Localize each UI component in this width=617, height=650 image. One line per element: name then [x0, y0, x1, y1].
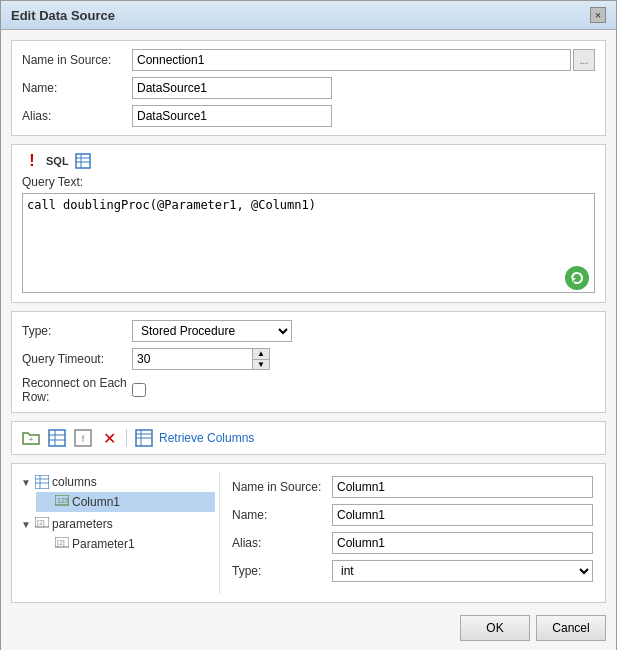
column1-label: Column1 [72, 495, 120, 509]
name-in-source-wrapper: ... [132, 49, 595, 71]
tree-parameters-node[interactable]: ▼ [2] parameters [20, 514, 211, 534]
top-form-section: Name in Source: ... Name: Alias: [11, 40, 606, 136]
detail-alias-label: Alias: [232, 536, 332, 550]
query-area-wrapper: call doublingProc(@Parameter1, @Column1) [22, 193, 595, 296]
reconnect-row: Reconnect on Each Row: [22, 376, 595, 404]
timeout-label: Query Timeout: [22, 352, 132, 366]
type-row: Type: Stored Procedure Table Query [22, 320, 595, 342]
action-separator [126, 429, 127, 447]
columns-label: columns [52, 475, 97, 489]
parameter1-label: Parameter1 [72, 537, 135, 551]
query-textarea[interactable]: call doublingProc(@Parameter1, @Column1) [22, 193, 595, 293]
dialog-titlebar: Edit Data Source × [1, 1, 616, 30]
add-folder-icon[interactable]: + [20, 427, 42, 449]
retrieve-icon[interactable] [133, 427, 155, 449]
detail-name-row: Name: [232, 504, 593, 526]
type-label: Type: [22, 324, 132, 338]
svg-rect-15 [35, 475, 49, 489]
detail-name-in-source-row: Name in Source: [232, 476, 593, 498]
browse-button[interactable]: ... [573, 49, 595, 71]
name-row: Name: [22, 77, 595, 99]
parameters-icon: [2] [34, 516, 50, 532]
reconnect-label: Reconnect on Each Row: [22, 376, 132, 404]
column1-icon: 123 [54, 494, 70, 510]
tree-columns-node[interactable]: ▼ columns [20, 472, 211, 492]
detail-panel: Name in Source: Name: Alias: Type: int v… [228, 472, 597, 594]
error-icon: ! [22, 151, 42, 171]
footer: OK Cancel [11, 611, 606, 645]
svg-text:[2]: [2] [37, 519, 45, 527]
expand-parameters-icon[interactable]: ▼ [20, 518, 32, 530]
query-section: ! SQL Query Text: call doublingProc(@Par… [11, 144, 606, 303]
bottom-section: ▼ columns [11, 463, 606, 603]
detail-alias-row: Alias: [232, 532, 593, 554]
tree-children-columns: 123 Column1 [40, 492, 211, 512]
timeout-input[interactable] [132, 348, 252, 370]
detail-name-in-source-input[interactable] [332, 476, 593, 498]
detail-name-label: Name: [232, 508, 332, 522]
grid-icon[interactable] [46, 427, 68, 449]
detail-type-label: Type: [232, 564, 332, 578]
spin-down-button[interactable]: ▼ [253, 360, 269, 370]
reconnect-checkbox[interactable] [132, 383, 146, 397]
cancel-button[interactable]: Cancel [536, 615, 606, 641]
svg-rect-5 [49, 430, 65, 446]
parameters-label: parameters [52, 517, 113, 531]
sql-button[interactable]: SQL [46, 155, 69, 167]
svg-text:123: 123 [57, 497, 69, 504]
edit-datasource-dialog: Edit Data Source × Name in Source: ... N… [0, 0, 617, 650]
timeout-row: Query Timeout: ▲ ▼ [22, 348, 595, 370]
svg-rect-0 [76, 154, 90, 168]
type-select[interactable]: Stored Procedure Table Query [132, 320, 292, 342]
tree-panel: ▼ columns [20, 472, 220, 594]
svg-text:+: + [29, 435, 34, 444]
tree-parameter1-node[interactable]: [2] Parameter1 [40, 534, 211, 554]
spin-up-button[interactable]: ▲ [253, 349, 269, 360]
alias-label: Alias: [22, 109, 132, 123]
expand-columns-icon[interactable]: ▼ [20, 476, 32, 488]
table-icon[interactable] [73, 151, 93, 171]
actions-toolbar: + f ✕ [11, 421, 606, 455]
query-label: Query Text: [22, 175, 595, 189]
dialog-title: Edit Data Source [11, 8, 115, 23]
parameter1-expand [40, 538, 52, 550]
alias-input[interactable] [132, 105, 332, 127]
column1-expand [40, 496, 52, 508]
name-in-source-label: Name in Source: [22, 53, 132, 67]
retrieve-columns-button[interactable]: Retrieve Columns [159, 431, 254, 445]
detail-type-row: Type: int varchar float datetime bit [232, 560, 593, 582]
detail-name-in-source-label: Name in Source: [232, 480, 332, 494]
tree-column1-node[interactable]: 123 Column1 [36, 492, 215, 512]
spinbox-buttons: ▲ ▼ [252, 348, 270, 370]
dialog-body: Name in Source: ... Name: Alias: ! SQL [1, 30, 616, 650]
alias-row: Alias: [22, 105, 595, 127]
columns-grid-icon [34, 474, 50, 490]
name-in-source-input[interactable] [132, 49, 571, 71]
refresh-button[interactable] [565, 266, 589, 290]
parameter1-icon: [2] [54, 536, 70, 552]
options-section: Type: Stored Procedure Table Query Query… [11, 311, 606, 413]
ok-button[interactable]: OK [460, 615, 530, 641]
close-button[interactable]: × [590, 7, 606, 23]
tree-children-parameters: [2] Parameter1 [40, 534, 211, 554]
name-input[interactable] [132, 77, 332, 99]
param-icon[interactable]: f [72, 427, 94, 449]
spinbox-wrapper: ▲ ▼ [132, 348, 270, 370]
svg-text:[2]: [2] [57, 539, 65, 547]
delete-icon[interactable]: ✕ [98, 427, 120, 449]
detail-type-select[interactable]: int varchar float datetime bit [332, 560, 593, 582]
name-label: Name: [22, 81, 132, 95]
svg-text:f: f [82, 434, 85, 444]
toolbar-row: ! SQL [22, 151, 595, 171]
name-in-source-row: Name in Source: ... [22, 49, 595, 71]
detail-alias-input[interactable] [332, 532, 593, 554]
detail-name-input[interactable] [332, 504, 593, 526]
